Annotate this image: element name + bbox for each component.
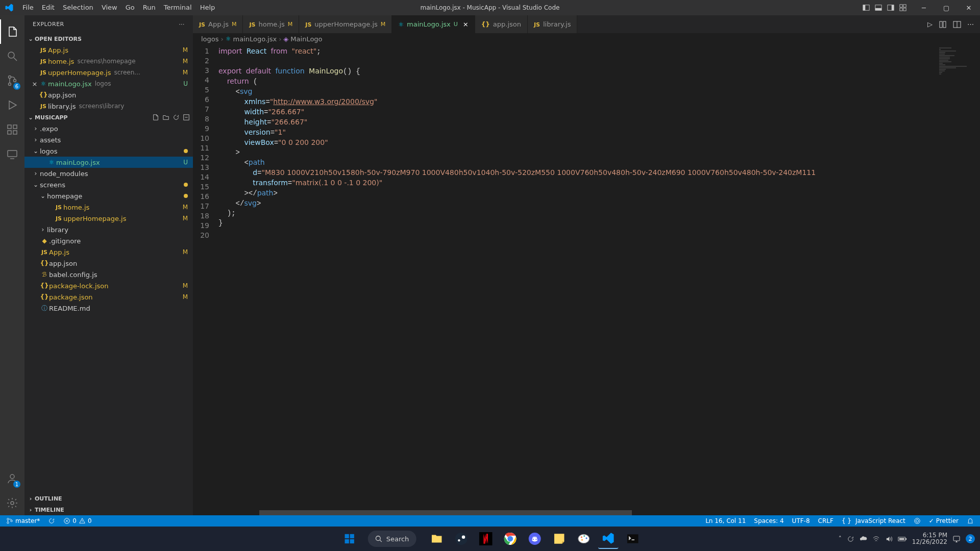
menu-view[interactable]: View bbox=[97, 0, 121, 15]
code-content[interactable]: import React from "react"; export defaul… bbox=[218, 44, 980, 515]
split-icon[interactable] bbox=[953, 20, 961, 29]
discord-icon[interactable] bbox=[524, 529, 545, 549]
folder-item[interactable]: ›node_modules bbox=[24, 168, 193, 179]
explorer-more-icon[interactable]: ⋯ bbox=[179, 21, 185, 28]
editor-tab[interactable]: ⚛mainLogo.jsxU× bbox=[392, 15, 475, 33]
notifications-icon[interactable] bbox=[965, 517, 976, 524]
code-editor[interactable]: 1234567891011121314151617181920 import R… bbox=[193, 44, 980, 515]
timeline-section[interactable]: › TIMELINE bbox=[24, 504, 193, 515]
debug-tab[interactable] bbox=[0, 93, 24, 117]
settings-tab[interactable] bbox=[0, 491, 24, 515]
folder-item[interactable]: ⌄homepage bbox=[24, 190, 193, 202]
eol-indicator[interactable]: CRLF bbox=[816, 517, 836, 524]
open-editor-item[interactable]: JSApp.jsM bbox=[24, 44, 193, 56]
notification-count[interactable]: 2 bbox=[966, 534, 975, 543]
breadcrumb[interactable]: logos › ⚛ mainLogo.jsx › ◈ MainLogo bbox=[193, 33, 980, 44]
folder-item[interactable]: ›.expo bbox=[24, 123, 193, 134]
language-indicator[interactable]: { }JavaScript React bbox=[840, 517, 908, 524]
breadcrumb-segment[interactable]: logos bbox=[201, 35, 219, 43]
wifi-icon[interactable] bbox=[872, 535, 880, 543]
file-explorer-icon[interactable] bbox=[426, 529, 447, 549]
encoding-indicator[interactable]: UTF-8 bbox=[790, 517, 812, 524]
indent-indicator[interactable]: Spaces: 4 bbox=[752, 517, 786, 524]
maximize-button[interactable]: ▢ bbox=[935, 0, 958, 15]
folder-item[interactable]: ›library bbox=[24, 224, 193, 235]
editor-tab[interactable]: JSlibrary.js bbox=[528, 15, 578, 33]
editor-tab[interactable]: JSupperHomepage.jsM bbox=[299, 15, 392, 33]
file-item[interactable]: ℬbabel.config.js bbox=[24, 269, 193, 280]
menu-go[interactable]: Go bbox=[121, 0, 139, 15]
netflix-icon[interactable] bbox=[475, 529, 496, 549]
outline-section[interactable]: › OUTLINE bbox=[24, 493, 193, 504]
accounts-tab[interactable]: 1 bbox=[0, 466, 24, 491]
extensions-tab[interactable] bbox=[0, 117, 24, 142]
editor-tab[interactable]: JShome.jsM bbox=[243, 15, 299, 33]
open-editor-item[interactable]: JShome.jsscreens\homepageM bbox=[24, 56, 193, 67]
file-item[interactable]: ⚛mainLogo.jsxU bbox=[24, 157, 193, 168]
toggle-secondary-sidebar-icon[interactable] bbox=[885, 2, 896, 13]
breadcrumb-segment[interactable]: MainLogo bbox=[290, 35, 322, 43]
sync-icon[interactable] bbox=[847, 535, 854, 543]
file-item[interactable]: {}app.json bbox=[24, 258, 193, 269]
explorer-tab[interactable] bbox=[0, 19, 24, 44]
vscode-icon[interactable] bbox=[598, 529, 618, 549]
refresh-icon[interactable] bbox=[172, 113, 181, 122]
horizontal-scrollbar[interactable] bbox=[218, 510, 924, 515]
menu-help[interactable]: Help bbox=[196, 0, 219, 15]
folder-item[interactable]: ⌄screens bbox=[24, 179, 193, 190]
clock[interactable]: 6:15 PM 12/26/2022 bbox=[912, 532, 947, 545]
scrollbar-thumb[interactable] bbox=[259, 510, 632, 515]
source-control-tab[interactable]: 6 bbox=[0, 68, 24, 93]
tray-chevron-icon[interactable]: ˄ bbox=[839, 535, 842, 542]
folder-item[interactable]: ›assets bbox=[24, 134, 193, 145]
diff-icon[interactable] bbox=[939, 20, 947, 29]
customize-layout-icon[interactable] bbox=[897, 2, 909, 13]
editor-tab[interactable]: JSApp.jsM bbox=[193, 15, 243, 33]
volume-icon[interactable] bbox=[885, 535, 893, 543]
run-icon[interactable]: ▷ bbox=[927, 20, 933, 28]
more-icon[interactable]: ⋯ bbox=[967, 20, 974, 28]
chrome-icon[interactable] bbox=[500, 529, 520, 549]
problems-indicator[interactable]: 0 0 bbox=[61, 517, 93, 524]
file-item[interactable]: JShome.jsM bbox=[24, 202, 193, 213]
file-item[interactable]: JSApp.jsM bbox=[24, 246, 193, 258]
editor-tab[interactable]: {}app.json bbox=[475, 15, 528, 33]
terminal-icon[interactable] bbox=[622, 529, 643, 549]
toggle-primary-sidebar-icon[interactable] bbox=[861, 2, 872, 13]
new-file-icon[interactable] bbox=[151, 113, 160, 122]
file-item[interactable]: ◆.gitignore bbox=[24, 235, 193, 246]
file-item[interactable]: JSupperHomepage.jsM bbox=[24, 213, 193, 224]
notification-button[interactable] bbox=[952, 535, 961, 543]
file-item[interactable]: ⓘREADME.md bbox=[24, 303, 193, 314]
menu-edit[interactable]: Edit bbox=[38, 0, 59, 15]
steam-icon[interactable] bbox=[451, 529, 471, 549]
collapse-icon[interactable] bbox=[182, 113, 191, 122]
search-tab[interactable] bbox=[0, 44, 24, 68]
cursor-position[interactable]: Ln 16, Col 11 bbox=[703, 517, 748, 524]
battery-icon[interactable] bbox=[898, 535, 907, 543]
close-icon[interactable]: × bbox=[31, 80, 39, 88]
folder-item[interactable]: ⌄logos bbox=[24, 145, 193, 157]
file-item[interactable]: {}package-lock.jsonM bbox=[24, 280, 193, 291]
taskbar-search[interactable]: Search bbox=[368, 531, 416, 547]
port-indicator[interactable] bbox=[912, 517, 923, 524]
prettier-indicator[interactable]: ✓ Prettier bbox=[927, 517, 961, 524]
minimize-button[interactable]: ─ bbox=[913, 0, 935, 15]
project-section[interactable]: ⌄ MUSICAPP bbox=[24, 112, 193, 123]
toggle-panel-icon[interactable] bbox=[873, 2, 884, 13]
onedrive-icon[interactable] bbox=[860, 535, 867, 543]
close-button[interactable]: ✕ bbox=[958, 0, 980, 15]
paint-icon[interactable] bbox=[573, 529, 594, 549]
close-icon[interactable]: × bbox=[463, 20, 469, 28]
remote-explorer-tab[interactable] bbox=[0, 142, 24, 166]
open-editor-item[interactable]: JSupperHomepage.jsscreen...M bbox=[24, 67, 193, 78]
open-editors-section[interactable]: ⌄ OPEN EDITORS bbox=[24, 33, 193, 44]
breadcrumb-segment[interactable]: mainLogo.jsx bbox=[233, 35, 277, 43]
menu-run[interactable]: Run bbox=[139, 0, 160, 15]
open-editor-item[interactable]: {}app.json bbox=[24, 89, 193, 101]
file-item[interactable]: {}package.jsonM bbox=[24, 291, 193, 303]
sticky-notes-icon[interactable] bbox=[549, 529, 569, 549]
menu-selection[interactable]: Selection bbox=[59, 0, 97, 15]
sync-indicator[interactable] bbox=[46, 517, 57, 524]
menu-terminal[interactable]: Terminal bbox=[160, 0, 196, 15]
